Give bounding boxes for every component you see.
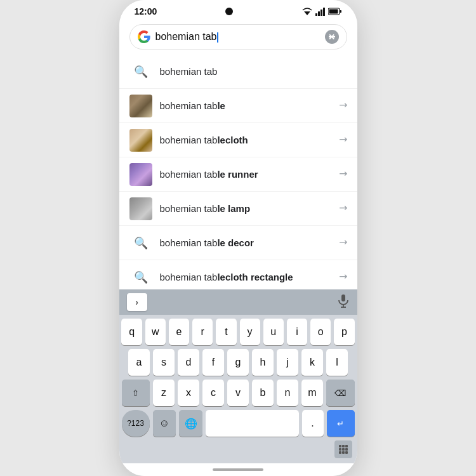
key-t[interactable]: t [216,319,236,345]
key-x[interactable]: x [178,380,199,406]
shift-key[interactable]: ⇧ [122,380,150,406]
chevron-right-icon: › [135,297,138,307]
key-c[interactable]: c [202,380,224,406]
status-bar: 12:00 [119,0,357,19]
backspace-key[interactable]: ⌫ [326,380,355,406]
keyboard-bottom [119,439,357,463]
enter-key[interactable]: ↵ [327,410,355,437]
svg-rect-17 [339,451,341,454]
clear-button[interactable]: ✕ [325,30,339,44]
suggestion-item[interactable]: 🔍 bohemian tab [119,55,357,89]
suggestion-text: bohemian tablecloth rectangle [160,272,334,282]
suggestion-text: bohemian table [160,100,334,111]
suggestions-list: 🔍 bohemian tab bohemian table ↙ bohemian… [119,55,357,289]
key-b[interactable]: b [252,380,274,406]
svg-rect-6 [340,10,341,13]
toolbar-expand-button[interactable]: › [127,293,147,311]
svg-rect-11 [339,445,341,447]
key-r[interactable]: r [192,319,213,345]
globe-key[interactable]: 🌐 [179,410,202,437]
phone-shell: 12:00 [119,0,357,476]
keyboard-row-3: ⇧ z x c v b n m ⌫ [122,380,355,406]
search-bar-container: bohemian tab ✕ [119,19,357,55]
microphone-icon [337,294,350,308]
search-input[interactable]: bohemian tab [155,31,320,43]
svg-rect-7 [329,10,338,14]
arrow-fill-icon: ↙ [336,235,350,250]
keyboard-toolbar: › [119,289,357,315]
arrow-fill-icon: ↙ [336,201,350,216]
key-i[interactable]: i [287,319,307,345]
key-w[interactable]: w [145,319,166,345]
suggestion-text: bohemian table lamp [160,203,334,214]
svg-rect-3 [321,10,322,16]
grid-icon [339,445,348,454]
status-icons [301,7,342,16]
suggestion-item[interactable]: 🔍 bohemian table decor ↙ [119,226,357,260]
svg-rect-18 [342,451,345,454]
keyboard-row-1: q w e r t y u i o p [122,319,355,345]
keyboard-row-4: ?123 ☺ 🌐 . ↵ [122,410,355,437]
suggestion-text: bohemian table decor [160,237,334,248]
key-v[interactable]: v [227,380,249,406]
arrow-fill-icon: ↙ [336,98,350,113]
search-icon: 🔍 [129,266,152,289]
keyboard-area: › q w e r t y u i [119,289,357,463]
key-f[interactable]: f [202,349,224,376]
key-k[interactable]: k [301,349,323,376]
key-z[interactable]: z [153,380,175,406]
key-h[interactable]: h [252,349,274,376]
microphone-button[interactable] [337,294,350,311]
key-q[interactable]: q [121,319,142,345]
svg-rect-14 [339,448,341,451]
suggestion-text: bohemian tab [160,66,347,77]
search-icon: 🔍 [129,232,152,255]
keyboard-row-2: a s d f g h j k l [122,349,355,376]
space-key[interactable] [206,410,299,437]
svg-rect-4 [323,8,325,16]
suggestion-item[interactable]: bohemian table lamp ↙ [119,192,357,226]
key-g[interactable]: g [227,349,249,376]
suggestion-item[interactable]: bohemian table runner ↙ [119,157,357,192]
suggestion-item[interactable]: bohemian tablecloth ↙ [119,123,357,157]
key-m[interactable]: m [301,380,323,406]
key-j[interactable]: j [277,349,298,376]
svg-rect-16 [345,448,348,451]
key-n[interactable]: n [277,380,298,406]
key-u[interactable]: u [263,319,284,345]
key-p[interactable]: p [334,319,354,345]
search-bar[interactable]: bohemian tab ✕ [129,24,347,50]
period-key[interactable]: . [302,410,324,437]
emoji-key[interactable]: ☺ [153,410,176,437]
signal-icon [315,7,326,16]
search-icon: 🔍 [129,60,152,83]
key-s[interactable]: s [153,349,175,376]
suggestion-thumbnail [129,95,152,117]
arrow-fill-icon: ↙ [336,133,350,147]
key-o[interactable]: o [310,319,331,345]
key-e[interactable]: e [169,319,189,345]
key-l[interactable]: l [326,349,348,376]
arrow-fill-icon: ↙ [336,270,350,284]
svg-rect-1 [315,13,317,16]
suggestion-text: bohemian table runner [160,169,334,180]
svg-rect-19 [345,451,348,454]
google-logo [138,30,150,43]
numbers-key[interactable]: ?123 [122,410,150,437]
status-time: 12:00 [135,6,157,17]
suggestion-thumbnail [129,163,152,186]
suggestion-item[interactable]: 🔍 bohemian tablecloth rectangle ↙ [119,260,357,289]
battery-icon [328,8,342,15]
svg-rect-2 [318,11,320,16]
wifi-icon [301,7,313,16]
suggestion-item[interactable]: bohemian table ↙ [119,89,357,123]
svg-rect-8 [341,294,345,301]
key-y[interactable]: y [240,319,260,345]
svg-rect-13 [345,445,348,447]
keyboard-grid-icon[interactable] [334,440,352,458]
camera-cutout [225,8,233,15]
key-a[interactable]: a [128,349,150,376]
svg-rect-15 [342,448,345,451]
key-d[interactable]: d [178,349,199,376]
suggestion-thumbnail [129,197,152,220]
